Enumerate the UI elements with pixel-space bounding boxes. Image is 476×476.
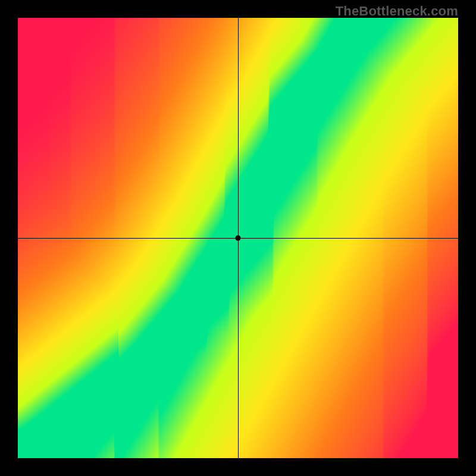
watermark-text: TheBottleneck.com	[336, 4, 458, 19]
chart-frame: TheBottleneck.com	[0, 0, 476, 476]
heatmap-plot	[18, 18, 458, 458]
heatmap-canvas	[18, 18, 458, 458]
